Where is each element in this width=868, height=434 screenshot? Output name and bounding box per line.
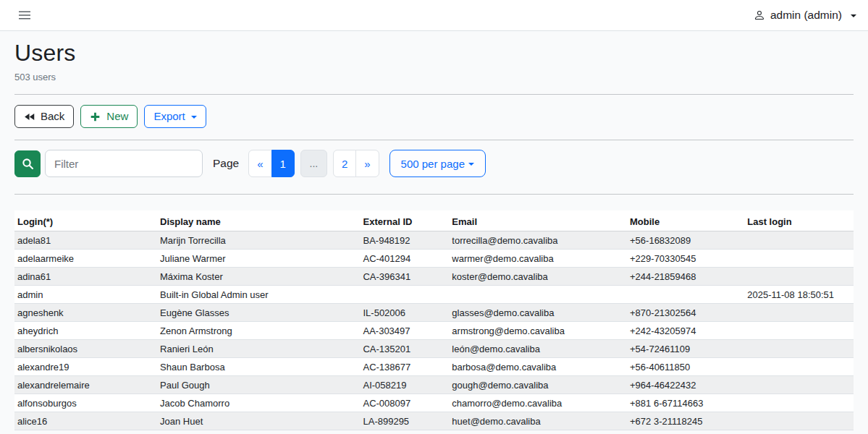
table-cell: Joan Huet — [157, 412, 360, 430]
per-page-dropdown[interactable]: 500 per page — [389, 150, 486, 177]
search-icon — [22, 158, 34, 170]
table-cell: Juliane Warmer — [157, 250, 360, 268]
table-cell: Zenon Armstrong — [157, 322, 360, 340]
menu-toggle-button[interactable] — [17, 8, 32, 22]
chevron-down-icon — [468, 163, 474, 166]
pagination-page-2[interactable]: 2 — [333, 150, 356, 177]
main-content: Users 503 users Back New Export — [0, 31, 868, 430]
users-table: Login(*)Display nameExternal IDEmailMobi… — [14, 210, 854, 430]
per-page-label: 500 per page — [401, 158, 465, 170]
column-header: Email — [449, 210, 627, 231]
rewind-icon — [24, 111, 35, 122]
table-cell: CA-396341 — [360, 268, 449, 286]
column-header: Display name — [157, 210, 360, 231]
table-cell: Jacob Chamorro — [157, 394, 360, 412]
table-cell: +229-70330545 — [627, 250, 744, 268]
table-row[interactable]: albersnikolaosRanieri LeónCA-135201león@… — [14, 340, 854, 358]
table-cell: IL-502006 — [360, 304, 449, 322]
table-cell — [744, 322, 854, 340]
table-cell: chamorro@demo.cavaliba — [449, 394, 627, 412]
user-menu-button[interactable]: admin (admin) — [754, 9, 856, 22]
user-count: 503 users — [14, 72, 854, 82]
back-button[interactable]: Back — [14, 105, 74, 128]
table-cell: AA-303497 — [360, 322, 449, 340]
table-cell: Built-in Global Admin user — [157, 286, 360, 304]
table-cell — [744, 376, 854, 394]
table-cell: agneshenk — [14, 304, 157, 322]
table-cell: adina61 — [14, 268, 157, 286]
page-title: Users — [14, 40, 854, 67]
column-header: External ID — [360, 210, 449, 231]
table-cell: +242-43205974 — [627, 322, 744, 340]
table-cell: huet@demo.cavaliba — [449, 412, 627, 430]
divider — [14, 194, 854, 195]
pagination-page-1[interactable]: 1 — [271, 150, 295, 177]
chevron-down-icon — [851, 14, 856, 17]
table-row[interactable]: aheydrichZenon ArmstrongAA-303497armstro… — [14, 322, 854, 340]
new-button[interactable]: New — [80, 105, 138, 128]
users-table-container: Login(*)Display nameExternal IDEmailMobi… — [14, 210, 854, 430]
table-cell: AC-008097 — [360, 394, 449, 412]
toolbar: Back New Export — [14, 105, 854, 128]
table-row[interactable]: adminBuilt-in Global Admin user2025-11-0… — [14, 286, 854, 304]
table-cell: armstrong@demo.cavaliba — [449, 322, 627, 340]
table-cell: Paul Gough — [157, 376, 360, 394]
table-cell: +964-46422432 — [627, 376, 744, 394]
table-cell: BA-948192 — [360, 231, 449, 250]
table-cell: +54-72461109 — [627, 340, 744, 358]
table-cell: león@demo.cavaliba — [449, 340, 627, 358]
table-cell: +244-21859468 — [627, 268, 744, 286]
table-cell: LA-899295 — [360, 412, 449, 430]
pagination-group: « 1 — [248, 150, 295, 177]
table-row[interactable]: adina61Máxima KosterCA-396341koster@demo… — [14, 268, 854, 286]
export-button[interactable]: Export — [144, 105, 206, 128]
plus-icon — [90, 111, 101, 122]
column-header: Mobile — [627, 210, 744, 231]
table-cell: Eugène Glasses — [157, 304, 360, 322]
table-cell: admin — [14, 286, 157, 304]
table-cell — [744, 231, 854, 250]
table-cell: +881 6-67114663 — [627, 394, 744, 412]
table-cell: AC-401294 — [360, 250, 449, 268]
table-row[interactable]: alexandrelemairePaul GoughAI-058219gough… — [14, 376, 854, 394]
table-cell: alexandre19 — [14, 358, 157, 376]
table-cell: alice16 — [14, 412, 157, 430]
table-cell: CA-135201 — [360, 340, 449, 358]
chevron-down-icon — [191, 116, 197, 119]
table-cell: +672 3-21118245 — [627, 412, 744, 430]
table-cell: torrecilla@demo.cavaliba — [449, 231, 627, 250]
table-cell: alexandrelemaire — [14, 376, 157, 394]
table-cell: gough@demo.cavaliba — [449, 376, 627, 394]
table-cell: Máxima Koster — [157, 268, 360, 286]
table-cell — [449, 286, 627, 304]
table-cell: adela81 — [14, 231, 157, 250]
table-cell — [744, 340, 854, 358]
table-cell: glasses@demo.cavaliba — [449, 304, 627, 322]
table-cell: aheydrich — [14, 322, 157, 340]
export-button-label: Export — [153, 109, 185, 124]
table-row[interactable]: agneshenkEugène GlassesIL-502006glasses@… — [14, 304, 854, 322]
table-cell: warmer@demo.cavaliba — [449, 250, 627, 268]
filter-input[interactable] — [45, 150, 203, 177]
table-cell: alfonsoburgos — [14, 394, 157, 412]
divider — [14, 140, 854, 140]
hamburger-icon — [17, 8, 32, 22]
pagination-next-button[interactable]: » — [355, 150, 379, 177]
table-cell — [360, 286, 449, 304]
table-cell — [744, 250, 854, 268]
table-cell: Ranieri León — [157, 340, 360, 358]
back-button-label: Back — [41, 109, 64, 124]
person-icon — [754, 9, 765, 21]
search-button[interactable] — [14, 150, 41, 177]
table-cell: barbosa@demo.cavaliba — [449, 358, 627, 376]
table-row[interactable]: alfonsoburgosJacob ChamorroAC-008097cham… — [14, 394, 854, 412]
table-row[interactable]: adelaarmeikeJuliane WarmerAC-401294warme… — [14, 250, 854, 268]
column-header: Last login — [744, 210, 854, 231]
table-row[interactable]: adela81Marijn TorrecillaBA-948192torreci… — [14, 231, 854, 250]
pagination-prev-button[interactable]: « — [248, 150, 271, 177]
table-cell: adelaarmeike — [14, 250, 157, 268]
table-row[interactable]: alice16Joan HuetLA-899295huet@demo.caval… — [14, 412, 854, 430]
page-label: Page — [213, 157, 239, 170]
table-row[interactable]: alexandre19Shaun BarbosaAC-138677barbosa… — [14, 358, 854, 376]
pagination: « 1 ... 2 » — [248, 150, 379, 177]
